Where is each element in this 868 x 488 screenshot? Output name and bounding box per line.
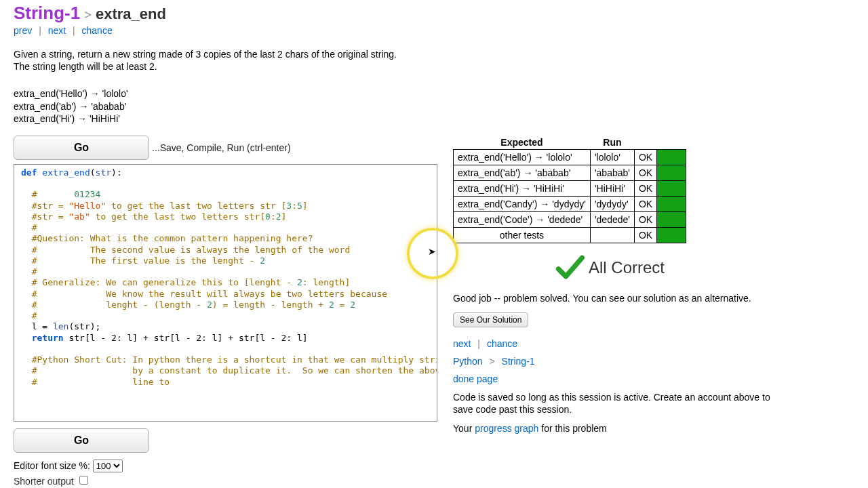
python-link[interactable]: Python bbox=[453, 356, 483, 367]
prev-link[interactable]: prev bbox=[14, 25, 32, 36]
breadcrumb-sep: > bbox=[84, 8, 92, 22]
status-ok-icon bbox=[657, 149, 686, 165]
all-correct-text: All Correct bbox=[589, 258, 665, 277]
example-line: extra_end('ab') → 'ababab' bbox=[14, 100, 854, 113]
chance-link[interactable]: chance bbox=[82, 25, 113, 36]
example-line: extra_end('Hi') → 'HiHiHi' bbox=[14, 113, 854, 125]
status-ok-icon bbox=[657, 227, 686, 243]
solved-message: Good job -- problem solved. You can see … bbox=[453, 292, 792, 304]
col-expected: Expected bbox=[454, 136, 591, 150]
go-button-bottom[interactable]: Go bbox=[14, 428, 149, 453]
col-run: Run bbox=[590, 136, 634, 150]
table-row-other: other tests OK bbox=[454, 227, 686, 243]
status-ok-icon bbox=[657, 165, 686, 180]
progress-graph-link[interactable]: progress graph bbox=[475, 423, 538, 434]
problem-description: Given a string, return a new string made… bbox=[14, 48, 414, 73]
shorter-output-checkbox[interactable] bbox=[79, 476, 88, 485]
results-table: Expected Run extra_end('Hello') → 'lolol… bbox=[453, 136, 686, 243]
table-row: extra_end('Hello') → 'lololo' 'lololo' O… bbox=[454, 149, 686, 165]
chance-link-2[interactable]: chance bbox=[487, 338, 517, 349]
go-hint: ...Save, Compile, Run (ctrl-enter) bbox=[152, 142, 291, 153]
status-ok-icon bbox=[657, 196, 686, 211]
save-message: Code is saved so long as this session is… bbox=[453, 391, 792, 415]
shorter-output-row: Shorter output bbox=[14, 474, 439, 487]
all-correct: All Correct bbox=[555, 253, 854, 283]
done-page-link[interactable]: done page bbox=[453, 373, 498, 384]
font-size-row: Editor font size %: 100 bbox=[14, 460, 439, 472]
go-button-top[interactable]: Go bbox=[14, 136, 149, 160]
table-row: extra_end('ab') → 'ababab' 'ababab' OK bbox=[454, 165, 686, 180]
category-link[interactable]: String-1 bbox=[14, 3, 80, 23]
string1-link[interactable]: String-1 bbox=[502, 356, 535, 367]
shorter-output-label: Shorter output bbox=[14, 476, 74, 487]
see-our-solution-button[interactable]: See Our Solution bbox=[453, 312, 528, 327]
your-label: Your bbox=[453, 423, 475, 434]
breadcrumb-sep: > bbox=[489, 356, 494, 367]
page-header: String-1 > extra_end bbox=[14, 3, 854, 24]
next-link-2[interactable]: next bbox=[453, 338, 471, 349]
examples: extra_end('Hello') → 'lololo' extra_end(… bbox=[14, 87, 854, 125]
table-row: extra_end('Code') → 'dedede' 'dedede' OK bbox=[454, 211, 686, 227]
font-size-select[interactable]: 100 bbox=[93, 460, 123, 472]
next-link[interactable]: next bbox=[48, 25, 66, 36]
table-row: extra_end('Hi') → 'HiHiHi' 'HiHiHi' OK bbox=[454, 180, 686, 196]
font-size-label: Editor font size %: bbox=[14, 460, 93, 471]
problem-name: extra_end bbox=[96, 5, 166, 22]
nav-links: prev | next | chance bbox=[14, 25, 854, 36]
example-line: extra_end('Hello') → 'lololo' bbox=[14, 87, 854, 100]
table-row: extra_end('Candy') → 'dydydy' 'dydydy' O… bbox=[454, 196, 686, 211]
status-ok-icon bbox=[657, 211, 686, 227]
code-editor[interactable]: def extra_end(str): # 01234 #str = "Hell… bbox=[14, 164, 437, 422]
checkmark-icon bbox=[555, 253, 585, 283]
for-this-label: for this problem bbox=[538, 423, 606, 434]
status-ok-icon bbox=[657, 180, 686, 196]
